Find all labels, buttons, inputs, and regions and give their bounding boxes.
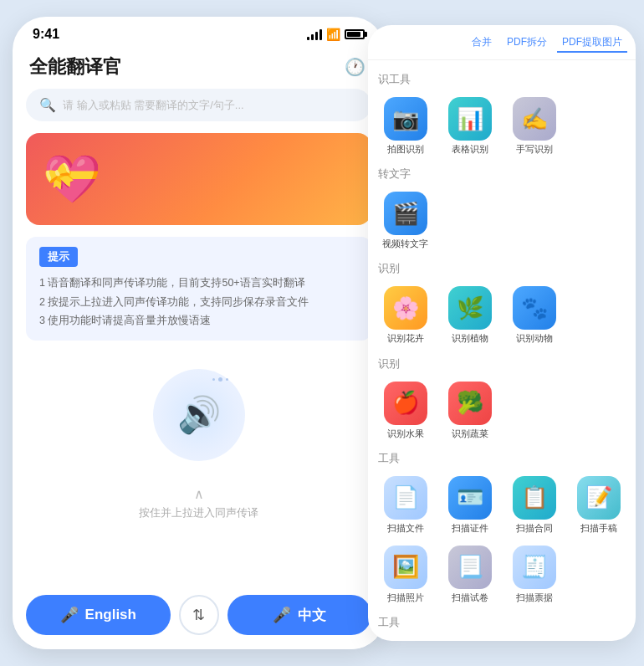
scan-grid: 📄 扫描文件 🪪 扫描证件 📋 扫描合同 📝 扫描手稿: [375, 469, 629, 539]
fruit-label: 识别水果: [387, 428, 424, 439]
history-button[interactable]: 🕐: [341, 54, 368, 80]
icon-item-scan-receipt[interactable]: 🧾 扫描票据: [503, 539, 565, 608]
flower-label: 识别花卉: [387, 333, 424, 344]
scan-contract-icon: 📋: [513, 476, 556, 520]
section-label-nature: 识别: [375, 254, 629, 279]
section-label-food: 识别: [375, 350, 629, 375]
voice-dots: [212, 377, 228, 382]
icon-item-fruit[interactable]: 🍎 识别水果: [375, 375, 436, 444]
bottom-bar: 🎤 English ⇅ 🎤 中文: [13, 589, 385, 649]
app-title: 全能翻译官: [29, 54, 121, 79]
tips-item-3: 使用功能时请提高音量并放慢语速: [39, 311, 358, 330]
swipe-arrow-icon: ∧: [194, 486, 204, 502]
lang-right-label: 中文: [298, 606, 326, 625]
video-grid: 🎬 视频转文字: [375, 185, 629, 254]
battery-icon: [345, 29, 365, 39]
scan-contract-label: 扫描合同: [516, 523, 553, 534]
scan-photo-label: 扫描照片: [387, 592, 424, 603]
mic-left-icon: 🎤: [60, 606, 79, 624]
lang-right-button[interactable]: 🎤 中文: [227, 595, 372, 635]
icon-item-scan-contract[interactable]: 📋 扫描合同: [503, 469, 565, 539]
scan-receipt-icon: 🧾: [513, 546, 556, 589]
handwrite-ocr-label: 手写识别: [516, 144, 553, 155]
status-time: 9:41: [33, 27, 59, 42]
scan-photo-icon: 🖼️: [384, 546, 427, 589]
scan-grid-2: 🖼️ 扫描照片 📃 扫描试卷 🧾 扫描票据: [375, 539, 629, 608]
icon-item-scan-photo[interactable]: 🖼️ 扫描照片: [375, 539, 436, 608]
search-placeholder: 请 输入或粘贴 需要翻译的文字/句子...: [63, 98, 244, 113]
section-label-more-tools: 工具: [375, 608, 629, 633]
voice-dot-1: [212, 378, 215, 381]
scan-id-icon: 🪪: [448, 476, 492, 520]
table-ocr-icon: 📊: [448, 97, 492, 141]
veggie-icon: 🥦: [448, 382, 492, 425]
swipe-hint-text: 按住并上拉进入同声传译: [139, 505, 258, 520]
handwrite-ocr-icon: ✍️: [513, 97, 556, 141]
voice-circle[interactable]: 🔊: [153, 369, 245, 461]
lang-left-label: English: [85, 607, 136, 623]
fruit-icon: 🍎: [384, 382, 427, 425]
tips-title: 提示: [39, 247, 78, 267]
tips-item-1: 语音翻译和同声传译功能，目前支持50+语言实时翻译: [39, 274, 358, 293]
scan-id-label: 扫描证件: [452, 523, 488, 534]
plant-icon: 🌿: [448, 286, 492, 330]
flower-icon: 🌸: [384, 286, 427, 330]
table-ocr-label: 表格识别: [452, 144, 488, 155]
tab-pdf-extract[interactable]: PDF提取图片: [557, 33, 627, 53]
section-label-scan: 工具: [375, 444, 629, 469]
icon-item-scan-manuscript[interactable]: 📝 扫描手稿: [568, 469, 629, 539]
app-header: 全能翻译官 🕐: [13, 47, 385, 89]
icon-item-flower[interactable]: 🌸 识别花卉: [375, 279, 436, 349]
tips-item-2: 按提示上拉进入同声传译功能，支持同步保存录音文件: [39, 293, 358, 312]
icon-item-animal[interactable]: 🐾 识别动物: [503, 279, 565, 349]
status-icons: 📶: [307, 28, 365, 41]
icon-item-handwrite-ocr[interactable]: ✍️ 手写识别: [503, 90, 565, 160]
section-label-video: 转文字: [375, 160, 629, 185]
animal-label: 识别动物: [516, 333, 553, 344]
right-tabs: 合并 PDF拆分 PDF提取图片: [368, 25, 636, 60]
photo-ocr-label: 拍图识别: [387, 144, 424, 155]
wifi-icon: 📶: [326, 28, 340, 41]
icon-item-scan-id[interactable]: 🪪 扫描证件: [439, 469, 500, 539]
icon-item-scan-file[interactable]: 📄 扫描文件: [375, 469, 436, 539]
search-bar[interactable]: 🔍 请 输入或粘贴 需要翻译的文字/句子...: [26, 89, 371, 121]
nature-grid: 🌸 识别花卉 🌿 识别植物 🐾 识别动物: [375, 279, 629, 349]
scan-file-icon: 📄: [384, 476, 427, 520]
ocr-grid: 📷 拍图识别 📊 表格识别 ✍️ 手写识别: [375, 90, 629, 160]
mic-right-icon: 🎤: [273, 606, 291, 624]
scan-file-label: 扫描文件: [387, 523, 424, 534]
search-icon: 🔍: [39, 97, 56, 113]
tab-merge[interactable]: 合并: [467, 33, 497, 53]
icon-item-photo-ocr[interactable]: 📷 拍图识别: [375, 90, 436, 160]
plant-label: 识别植物: [452, 333, 488, 344]
video-text-icon: 🎬: [384, 192, 427, 235]
section-label-ocr: 识工具: [375, 65, 629, 90]
food-grid: 🍎 识别水果 🥦 识别蔬菜: [375, 375, 629, 444]
swipe-hint: ∧ 按住并上拉进入同声传译: [13, 486, 385, 520]
tips-box: 提示 语音翻译和同声传译功能，目前支持50+语言实时翻译 按提示上拉进入同声传译…: [26, 237, 371, 341]
screen-container: 9:41 📶 全能翻译官 🕐 🔍 请 输入或粘贴 需要翻译的文字/句子...: [0, 0, 644, 666]
tips-list: 语音翻译和同声传译功能，目前支持50+语言实时翻译 按提示上拉进入同声传译功能，…: [39, 274, 358, 330]
promo-banner[interactable]: 💝: [26, 133, 371, 225]
switch-icon: ⇅: [192, 606, 205, 624]
icon-item-veggie[interactable]: 🥦 识别蔬菜: [439, 375, 500, 444]
tab-pdf-split[interactable]: PDF拆分: [502, 33, 552, 53]
banner-decoration: 💝: [43, 151, 101, 207]
right-content: 识工具 📷 拍图识别 📊 表格识别 ✍️ 手写识别 转文字: [368, 60, 636, 641]
switch-language-button[interactable]: ⇅: [179, 595, 219, 635]
photo-ocr-icon: 📷: [384, 97, 427, 141]
icon-item-scan-exam[interactable]: 📃 扫描试卷: [439, 539, 500, 608]
animal-icon: 🐾: [513, 286, 556, 330]
icon-item-video-text[interactable]: 🎬 视频转文字: [375, 185, 436, 254]
video-text-label: 视频转文字: [382, 238, 428, 249]
icon-item-table-ocr[interactable]: 📊 表格识别: [439, 90, 500, 160]
lang-left-button[interactable]: 🎤 English: [26, 595, 171, 635]
scan-exam-label: 扫描试卷: [452, 592, 488, 603]
voice-dot-3: [226, 378, 228, 381]
icon-item-plant[interactable]: 🌿 识别植物: [439, 279, 500, 349]
voice-area: 🔊: [13, 352, 385, 469]
scan-exam-icon: 📃: [448, 546, 492, 589]
status-bar: 9:41 📶: [13, 17, 385, 47]
scan-receipt-label: 扫描票据: [516, 592, 553, 603]
signal-icon: [307, 28, 322, 40]
